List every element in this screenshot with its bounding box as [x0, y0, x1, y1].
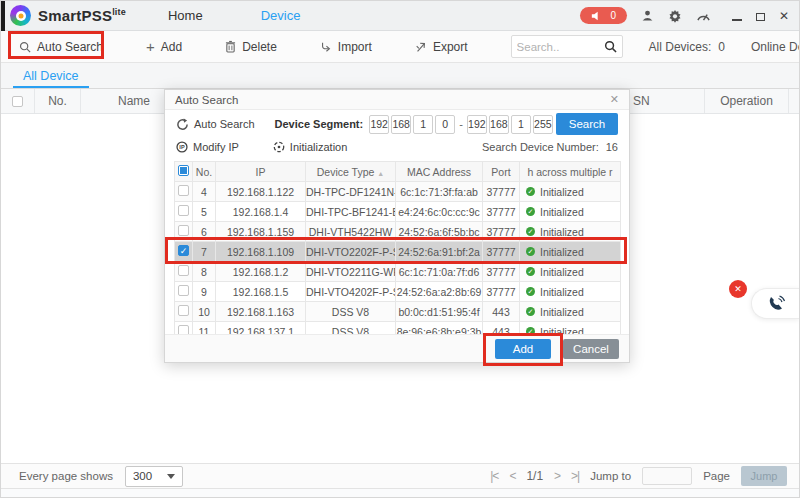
device-search-box[interactable] [511, 35, 623, 58]
search-icon [19, 41, 31, 53]
col-no[interactable]: No. [193, 162, 216, 182]
row-checkbox[interactable] [178, 185, 189, 196]
plus-icon: + [146, 39, 155, 54]
search-icon[interactable] [604, 40, 617, 53]
first-page-button[interactable]: |< [490, 469, 498, 483]
initialized-status-icon [526, 227, 535, 236]
sort-asc-icon[interactable]: ▲ [377, 170, 384, 177]
device-row[interactable]: 7192.168.1.109DHI-VTO2202F-P-S224:52:6a:… [175, 242, 621, 262]
app-window: SmartPSSlite Home Device 0 ✕ [0, 0, 800, 498]
init-status-label: Initialized [540, 286, 584, 298]
column-sn[interactable]: SN [624, 89, 704, 113]
device-segment-label: Device Segment: [275, 118, 364, 130]
segment-octet[interactable]: 1 [511, 115, 531, 134]
refresh-icon[interactable] [176, 118, 189, 131]
segment-search-button[interactable]: Search [556, 113, 618, 135]
modify-ip-icon[interactable]: IP [176, 141, 188, 153]
trash-icon [225, 40, 236, 53]
row-checkbox[interactable] [178, 285, 189, 296]
col-mac-address[interactable]: MAC Address [396, 162, 483, 182]
prev-page-button[interactable]: < [509, 469, 515, 483]
row-checkbox[interactable] [178, 305, 189, 316]
close-button[interactable]: ✕ [779, 10, 789, 22]
col-init-status[interactable]: h across multiple r [520, 162, 621, 182]
gear-icon[interactable] [668, 8, 683, 23]
call-widget[interactable] [751, 288, 799, 319]
phone-icon [766, 294, 786, 314]
add-selected-button[interactable]: Add [495, 339, 551, 359]
initialization-icon[interactable] [273, 141, 285, 153]
call-close-badge[interactable]: ✕ [729, 280, 747, 298]
add-device-button[interactable]: + Add [146, 39, 182, 54]
segment-octet[interactable]: 0 [435, 115, 455, 134]
export-button[interactable]: Export [415, 40, 468, 54]
user-icon[interactable] [640, 8, 655, 23]
initialized-status-icon [526, 267, 535, 276]
next-page-button[interactable]: > [554, 469, 560, 483]
segment-octet[interactable]: 168 [391, 115, 411, 134]
initialized-status-icon [526, 287, 535, 296]
search-input[interactable] [517, 41, 604, 53]
segment-octet[interactable]: 192 [369, 115, 389, 134]
row-checkbox[interactable] [178, 225, 189, 236]
device-row[interactable]: 6192.168.1.159DHI-VTH5422HW24:52:6a:6f:5… [175, 222, 621, 242]
nav-device[interactable]: Device [261, 8, 301, 23]
row-checkbox[interactable] [178, 245, 189, 256]
segment-octet[interactable]: 1 [413, 115, 433, 134]
col-device-type[interactable]: Device Type ▲ [306, 162, 396, 182]
auto-search-label[interactable]: Auto Search [194, 118, 255, 130]
row-checkbox[interactable] [178, 265, 189, 276]
content-area: No. Name▲ SN Operation ✕ Auto Search ✕ [1, 89, 799, 463]
segment-from: 19216810 [369, 115, 455, 134]
select-all-checkbox[interactable] [12, 96, 23, 107]
jump-to-label: Jump to [590, 470, 631, 482]
page-size-label: Every page shows [19, 470, 113, 482]
segment-octet[interactable]: 168 [489, 115, 509, 134]
device-row[interactable]: 9192.168.1.5DHI-VTO4202F-P-S224:52:6a:a2… [175, 282, 621, 302]
segment-dash: - [459, 118, 463, 130]
init-status-label: Initialized [540, 186, 584, 198]
auto-search-button[interactable]: Auto Search [19, 40, 103, 54]
dialog-close-icon[interactable]: ✕ [610, 93, 619, 106]
device-row[interactable]: 10192.168.1.163DSS V8b0:0c:d1:51:95:4f44… [175, 302, 621, 322]
maximize-button[interactable] [756, 7, 765, 25]
delete-button[interactable]: Delete [225, 40, 277, 54]
col-port[interactable]: Port [483, 162, 520, 182]
segment-to: 1921681255 [467, 115, 553, 134]
select-all-results-checkbox[interactable] [178, 165, 189, 176]
page-label: Page [703, 470, 730, 482]
initialization-label[interactable]: Initialization [290, 141, 347, 153]
segment-octet[interactable]: 255 [533, 115, 553, 134]
app-logo [10, 5, 31, 26]
init-status-label: Initialized [540, 306, 584, 318]
col-ip[interactable]: IP [216, 162, 306, 182]
alarm-count: 0 [610, 10, 616, 21]
row-checkbox[interactable] [178, 205, 189, 216]
device-row[interactable]: 8192.168.1.2DHI-VTO2211G-WP6c:1c:71:0a:7… [175, 262, 621, 282]
device-row[interactable]: 5192.168.1.4DHI-TPC-BF1241-B7F...e4:24:6… [175, 202, 621, 222]
device-toolbar: Auto Search + Add Delete Import Export A… [1, 31, 799, 63]
tab-all-device[interactable]: All Device [13, 63, 89, 88]
column-operation[interactable]: Operation [704, 89, 789, 113]
init-status-label: Initialized [540, 246, 584, 258]
jump-button[interactable]: Jump [741, 466, 787, 486]
import-icon [320, 41, 332, 53]
titlebar: SmartPSSlite Home Device 0 ✕ [1, 1, 799, 31]
export-icon [415, 41, 427, 53]
modify-ip-label[interactable]: Modify IP [193, 141, 239, 153]
svg-text:IP: IP [179, 144, 185, 150]
initialized-status-icon [526, 207, 535, 216]
column-no[interactable]: No. [35, 89, 81, 113]
last-page-button[interactable]: >| [571, 469, 579, 483]
page-size-select[interactable]: 300 [125, 466, 183, 487]
import-button[interactable]: Import [320, 40, 372, 54]
cancel-button[interactable]: Cancel [563, 339, 619, 359]
jump-page-input[interactable] [642, 467, 692, 485]
alarm-badge[interactable]: 0 [580, 7, 627, 24]
nav-home[interactable]: Home [168, 8, 203, 23]
segment-octet[interactable]: 192 [467, 115, 487, 134]
network-status-icon[interactable] [696, 8, 711, 23]
minimize-button[interactable] [732, 7, 742, 25]
device-row[interactable]: 4192.168.1.122DH-TPC-DF1241N-D3...6c:1c:… [175, 182, 621, 202]
chevron-down-icon [167, 474, 175, 479]
